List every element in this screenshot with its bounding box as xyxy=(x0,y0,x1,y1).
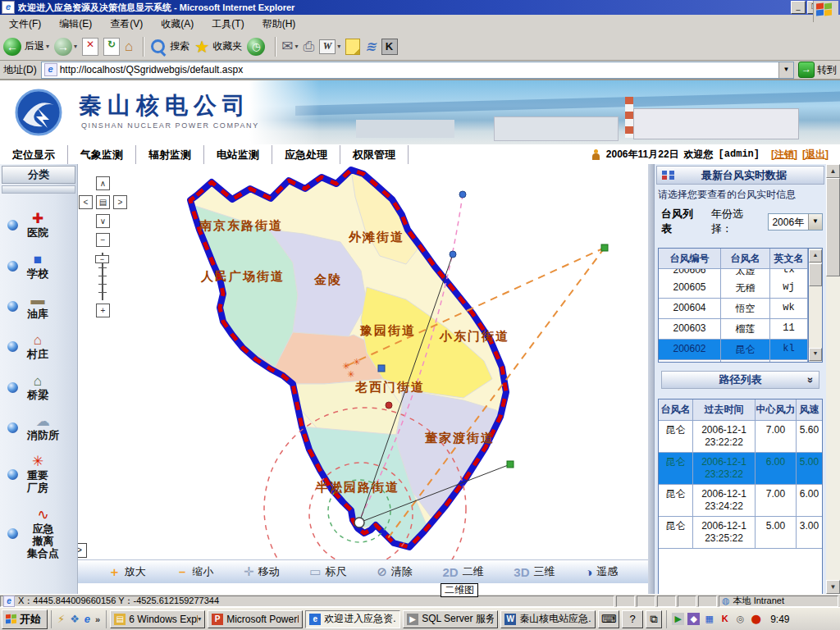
path-row[interactable]: 昆仑 2006-12-1 23:22:22 7.00 5.60 xyxy=(659,421,822,453)
print-button[interactable]: ⎙ xyxy=(304,39,315,55)
menu-item[interactable]: 帮助(H) xyxy=(253,15,305,34)
taskbar-button-word[interactable]: W 秦山核电站应急... xyxy=(500,610,596,628)
pan-down-button[interactable]: ∨ xyxy=(96,214,110,228)
stop-button[interactable]: ✕ xyxy=(82,38,98,56)
page-scrollbar[interactable]: ▲ ▼ xyxy=(826,164,840,594)
k-plugin-button[interactable]: K xyxy=(381,39,398,55)
map-canvas[interactable]: ✳ ✳ ✳ 南京东路街道外滩街道人民广场街道金陵豫园街道小东门街道老西门街道董家… xyxy=(78,164,648,559)
taskbar-button-sql-server[interactable]: ▶ SQL Server 服务... xyxy=(403,610,498,628)
pan-right-button[interactable]: > xyxy=(113,195,127,209)
start-button[interactable]: 开始 xyxy=(2,609,48,629)
sidebar-item-bridge[interactable]: ⌂ 桥梁 xyxy=(0,374,77,401)
pan-button[interactable]: ✛ 移动 xyxy=(244,564,280,579)
typhoon-panel-header[interactable]: 最新台风实时数据 xyxy=(656,166,824,185)
nav-tab-positioning[interactable]: 定位显示 xyxy=(0,145,68,164)
3d-button[interactable]: 3D 三维 xyxy=(514,564,555,579)
notes-button[interactable] xyxy=(345,39,360,55)
scroll-up-icon[interactable]: ▲ xyxy=(826,164,840,178)
nav-tab-weather[interactable]: 气象监测 xyxy=(68,145,136,164)
panel-divider[interactable] xyxy=(648,164,654,594)
menu-item[interactable]: 查看(V) xyxy=(101,15,152,34)
address-input[interactable]: e http://localhost/QSgridwebgis/default.… xyxy=(41,62,794,79)
taskbar-button-explorer[interactable]: ▤ 6 Windows Expl... ▾ xyxy=(110,610,205,628)
panel-expand-button[interactable]: > xyxy=(78,543,87,558)
nav-tab-permissions[interactable]: 权限管理 xyxy=(340,145,409,164)
typhoon-row[interactable]: 200603 榴莲 11 xyxy=(659,319,808,340)
clear-button[interactable]: ⊘ 清除 xyxy=(377,564,413,579)
sidebar-item-important-plant[interactable]: ✳ 重要 厂房 xyxy=(0,454,77,494)
typhoon-row[interactable]: 200602 昆仑 kl xyxy=(659,340,808,360)
kaspersky-tray-icon[interactable]: K xyxy=(719,613,731,625)
path-list-header[interactable]: 路径列表 « xyxy=(661,371,819,389)
path-row[interactable]: 昆仑 2006-12-1 23:23:22 6.00 5.00 xyxy=(659,453,822,485)
minimize-button[interactable]: _ xyxy=(791,1,806,14)
menu-item[interactable]: 收藏(A) xyxy=(152,15,203,34)
show-desktop-icon[interactable]: ⚡ xyxy=(57,613,65,625)
sidebar-item-assembly-point[interactable]: ∿ 应急 撤离 集合点 xyxy=(0,508,77,559)
address-dropdown-button[interactable]: ▼ xyxy=(778,62,793,78)
scroll-thumb[interactable] xyxy=(826,178,840,276)
taskbar-button-powerpoint[interactable]: P Microsoft PowerP... xyxy=(208,610,303,628)
nav-tab-emergency[interactable]: 应急处理 xyxy=(272,145,340,164)
zoom-plus-button[interactable]: + xyxy=(96,304,110,317)
sidebar-item-school[interactable]: ■ 学校 xyxy=(0,253,77,280)
ati-tray-icon[interactable]: ⬤ xyxy=(750,613,762,625)
sidebar-item-hospital[interactable]: ✚ 医院 xyxy=(0,212,77,239)
go-button[interactable]: →转到 xyxy=(798,62,837,78)
year-select[interactable]: 2006年 ▼ xyxy=(768,213,823,231)
forward-button[interactable]: →▾ xyxy=(54,38,77,56)
2d-button[interactable]: 2D 二维 xyxy=(442,564,483,579)
typhoon-row[interactable]: 200604 悟空 wk xyxy=(659,299,808,319)
grid-tray-icon[interactable]: ▦ xyxy=(703,613,715,625)
exit-link[interactable]: [退出] xyxy=(802,148,829,162)
favorites-button[interactable]: ★收藏夹 xyxy=(194,37,242,57)
nav-tab-radiation[interactable]: 辐射监测 xyxy=(136,145,204,164)
typhoon-row[interactable]: 200601 西马伦 xml xyxy=(659,360,808,363)
media-tray-icon[interactable]: ◆ xyxy=(687,613,700,625)
center-button[interactable]: ▤ xyxy=(96,195,110,209)
refresh-button[interactable]: ↻ xyxy=(103,38,120,56)
pan-left-button[interactable]: < xyxy=(79,195,93,209)
year-dropdown-icon[interactable]: ▼ xyxy=(808,214,822,230)
keyboard-layout-button[interactable]: ⌨ xyxy=(598,610,619,628)
path-row[interactable]: 昆仑 2006-12-1 23:24:22 7.00 6.00 xyxy=(659,485,822,517)
edit-with-word-button[interactable]: W▾ xyxy=(319,39,340,54)
quicklaunch-overflow-icon[interactable]: » xyxy=(95,614,100,624)
volume-tray-icon[interactable]: ◎ xyxy=(734,613,746,625)
home-button[interactable]: ⌂ xyxy=(125,39,133,55)
history-button[interactable]: ◷ xyxy=(247,38,265,56)
sidebar-item-fire-station[interactable]: ☁ 消防所 xyxy=(0,414,77,441)
zoom-out-button[interactable]: － 缩小 xyxy=(176,564,213,580)
mail-button[interactable]: ✉▾ xyxy=(281,39,298,55)
sidebar-item-village[interactable]: ⌂ 村庄 xyxy=(0,333,77,360)
help-button[interactable]: ? xyxy=(622,610,643,628)
nav-tab-plant[interactable]: 电站监测 xyxy=(204,145,272,164)
remote-sensing-button[interactable]: ◑ 遥感 xyxy=(585,564,618,579)
search-button[interactable]: 搜索 xyxy=(149,38,189,55)
menu-item[interactable]: 文件(F) xyxy=(0,15,50,34)
taskbar-button-ie-emergency[interactable]: e 欢迎进入应急资... xyxy=(305,610,400,628)
zoom-in-button[interactable]: ＋ 放大 xyxy=(108,564,146,580)
menu-item[interactable]: 工具(T) xyxy=(203,15,253,34)
back-button[interactable]: ←后退▾ xyxy=(3,38,49,56)
typhoon-list-scrollbar[interactable]: ▲ ▼ xyxy=(808,249,822,362)
scroll-down-icon[interactable]: ▼ xyxy=(809,348,822,361)
menu-item[interactable]: 编辑(E) xyxy=(50,15,101,34)
scroll-up-icon[interactable]: ▲ xyxy=(809,249,822,262)
zoom-minus-button[interactable]: − xyxy=(96,233,110,247)
collapse-chevron-icon[interactable]: « xyxy=(801,377,817,383)
sidebar-header[interactable]: 分类 xyxy=(2,166,75,184)
messenger-quicklaunch-icon[interactable]: ❖ xyxy=(70,613,80,625)
sql-service-tray-icon[interactable]: ▶ xyxy=(672,613,684,625)
pan-up-button[interactable]: ∧ xyxy=(96,176,110,190)
logout-link[interactable]: [注销] xyxy=(771,148,797,162)
typhoon-row[interactable]: 200605 无稽 wj xyxy=(659,278,808,299)
zoom-slider-handle[interactable]: − xyxy=(95,255,109,263)
network-indicator-icon[interactable]: ⧉ xyxy=(646,610,662,628)
ie-quicklaunch-icon[interactable]: e xyxy=(84,613,90,625)
path-row[interactable]: 昆仑 2006-12-1 23:25:22 5.00 3.00 xyxy=(659,517,822,549)
typhoon-row[interactable]: 200606 太虚 tx xyxy=(659,269,808,278)
scroll-down-icon[interactable]: ▼ xyxy=(826,580,840,594)
messenger-button[interactable]: ≋ xyxy=(365,39,376,54)
sidebar-item-oil-depot[interactable]: ▬ 油库 xyxy=(0,293,77,320)
